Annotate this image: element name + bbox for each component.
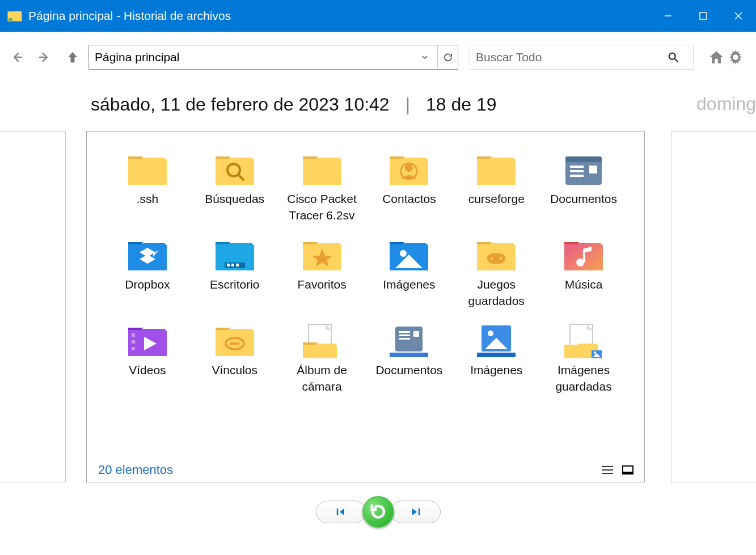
file-item[interactable]: Documentos [540,147,627,226]
next-version-button[interactable] [391,501,441,523]
next-snapshot-panel[interactable] [671,131,756,482]
gear-icon[interactable] [727,48,745,66]
snapshot-date: sábado, 11 de febrero de 2023 10:42 [91,94,390,115]
file-list[interactable]: .sshBúsquedasCisco Packet Tracer 6.2svCo… [87,132,644,458]
file-item[interactable]: Documentos [365,319,453,397]
file-label: .ssh [137,190,159,207]
file-item[interactable]: Imágenes guardadas [540,319,627,397]
file-label: Imágenes [470,362,522,378]
folder-pictures-icon [387,235,431,276]
file-item[interactable]: Contactos [365,147,453,226]
titlebar: Página principal - Historial de archivos [0,0,756,32]
previous-version-button[interactable] [316,501,366,523]
file-item[interactable]: Imágenes [365,233,453,312]
file-item[interactable]: Juegos guardados [453,233,540,312]
folder-icon [125,150,170,190]
file-label: Música [565,276,603,293]
date-separator: | [406,94,410,115]
file-label: Documentos [375,362,442,378]
file-label: Imágenes [383,276,435,293]
library-pics-icon [474,321,518,362]
item-count: 20 elementos [98,463,173,477]
folder-videos-icon [125,321,170,362]
file-label: Vídeos [129,362,166,378]
folder-icon [474,150,518,190]
file-label: Juegos guardados [457,276,536,310]
documents-lib-icon [561,150,606,190]
folder-contacts-icon [387,150,431,190]
file-label: Álbum de cámara [282,362,362,395]
file-item[interactable]: Álbum de cámara [278,319,366,397]
close-button[interactable] [721,0,756,32]
folder-desktop-icon [213,235,257,276]
file-label: Imágenes guardadas [544,362,623,395]
file-label: Vínculos [212,362,257,378]
refresh-button[interactable] [437,45,458,69]
up-button[interactable] [65,49,81,65]
library-docs-icon [387,321,431,362]
details-view-button[interactable] [599,463,616,477]
window-title: Página principal - Historial de archivos [28,9,231,23]
svg-point-43 [669,53,675,60]
date-header: sábado, 11 de febrero de 2023 10:42 | 18… [0,83,756,131]
svg-point-46 [733,54,738,60]
maximize-button[interactable] [686,0,721,32]
file-label: Favoritos [297,276,346,293]
home-icon[interactable] [707,48,725,66]
navigation-controls [0,496,756,528]
toolbar [0,32,756,83]
file-label: Escritorio [210,276,260,293]
address-bar [88,45,458,70]
file-item[interactable]: Búsquedas [191,147,278,226]
file-label: curseforge [468,190,525,207]
folder-star-icon [300,235,344,276]
file-item[interactable]: Música [540,233,627,312]
file-item[interactable]: Cisco Packet Tracer 6.2sv [278,147,366,226]
app-icon [7,8,23,24]
search-icon[interactable] [667,51,693,63]
folder-games-icon [474,235,518,276]
folder-music-icon [561,235,606,276]
folder-icon [300,150,344,190]
file-item[interactable]: Imágenes [453,319,540,397]
search-bar [470,45,694,70]
file-label: Contactos [382,190,436,207]
file-label: Documentos [550,190,617,207]
snapshot-position: 18 de 19 [426,94,497,115]
icons-view-button[interactable] [619,463,636,477]
folder-search-icon [213,150,257,190]
status-bar: 20 elementos [87,458,644,482]
svg-line-44 [675,59,678,62]
file-label: Dropbox [125,276,170,293]
file-item[interactable]: Vínculos [191,319,278,397]
main-panel: .sshBúsquedasCisco Packet Tracer 6.2svCo… [86,131,645,482]
svg-rect-51 [623,472,633,474]
file-item[interactable]: Vídeos [104,319,191,397]
file-label: Búsquedas [205,190,264,207]
file-item[interactable]: .ssh [104,147,191,226]
file-item[interactable]: Escritorio [191,233,278,312]
back-button[interactable] [8,49,25,66]
svg-rect-40 [700,12,707,19]
folder-dropbox-icon [125,235,170,276]
library-camera-icon [300,321,344,362]
restore-button[interactable] [362,496,394,528]
folder-links-icon [213,321,257,362]
file-label: Cisco Packet Tracer 6.2sv [282,190,362,224]
file-item[interactable]: Dropbox [104,233,191,312]
library-saved-icon [561,321,606,362]
forward-button[interactable] [36,49,53,66]
address-dropdown-icon[interactable] [421,54,437,61]
file-item[interactable]: curseforge [453,147,540,226]
minimize-button[interactable] [651,0,686,32]
file-item[interactable]: Favoritos [278,233,366,312]
next-snapshot-preview: doming [696,94,756,115]
svg-point-38 [9,18,12,22]
previous-snapshot-panel[interactable] [0,131,66,482]
search-input[interactable] [470,45,667,69]
address-input[interactable] [89,45,421,69]
